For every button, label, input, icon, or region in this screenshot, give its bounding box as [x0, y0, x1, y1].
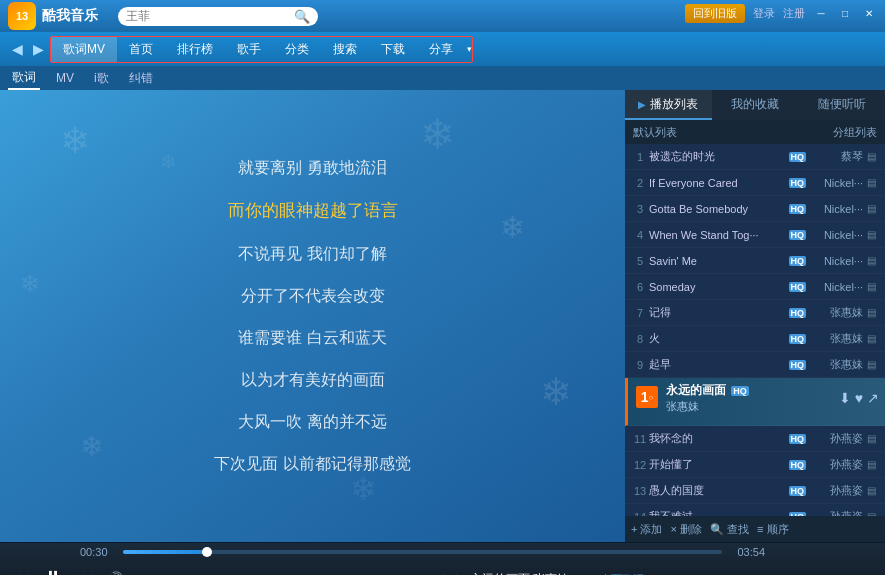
search-input[interactable] [126, 9, 294, 23]
list-icon: ▤ [863, 203, 879, 214]
snowflake-4: ❄ [20, 270, 40, 298]
nav-tab-download[interactable]: 下载 [369, 37, 417, 62]
lyrics-panel: ❄ ❄ ❄ ❄ ❄ ❄ ❄ ❄ 就要离别 勇敢地流泪 而你的眼神超越了语言 不说… [0, 90, 625, 542]
nav-tab-charts[interactable]: 排行榜 [165, 37, 225, 62]
app-title: 酷我音乐 [42, 7, 98, 25]
playback-bar: 00:30 03:54 ⏮ ⏸ ⏭ 🔊 超品音质· 永远的画面 张惠妹 EQ 桌… [0, 542, 885, 575]
nav-back-button[interactable]: ◀ [8, 39, 27, 59]
order-btn[interactable]: ≡ 顺序 [757, 522, 788, 537]
now-playing-actions: ⬇ ♥ ↗ [839, 390, 879, 406]
playlist-bottom: + 添加 × 删除 🔍 查找 ≡ 顺序 [625, 516, 885, 542]
add-song-btn[interactable]: + 添加 [631, 522, 662, 537]
list-icon: ▤ [863, 359, 879, 370]
play-pause-button[interactable]: ⏸ [38, 564, 68, 575]
delete-song-btn[interactable]: × 删除 [670, 522, 701, 537]
lyric-line-0: 就要离别 勇敢地流泪 [40, 156, 585, 180]
list-icon: ▤ [863, 229, 879, 240]
playlist-item[interactable]: 8火HQ张惠妹▤ [625, 326, 885, 352]
now-playing-title: 永远的画面 HQ [666, 382, 751, 399]
lyrics-lines: 就要离别 勇敢地流泪 而你的眼神超越了语言 不说再见 我们却了解 分开了不代表会… [40, 110, 585, 522]
minimize-button[interactable]: ─ [813, 6, 829, 22]
search-icon[interactable]: 🔍 [294, 9, 310, 24]
playlist-item[interactable]: 3Gotta Be SomebodyHQNickel···▤ [625, 196, 885, 222]
progress-thumb [202, 547, 212, 557]
volume-icon[interactable]: 🔊 [106, 571, 123, 575]
subnav-fix[interactable]: 纠错 [125, 68, 157, 89]
playlist-item[interactable]: 9起早HQ张惠妹▤ [625, 352, 885, 378]
download-action-btn[interactable]: ⬇ [839, 390, 851, 406]
app-logo: 13 [8, 2, 36, 30]
search-box[interactable]: 🔍 [118, 7, 318, 26]
register-link[interactable]: 注册 [783, 6, 805, 21]
prev-button[interactable]: ⏮ [8, 567, 34, 576]
nav-tab-artists[interactable]: 歌手 [225, 37, 273, 62]
subnav-lyrics[interactable]: 歌词 [8, 67, 40, 90]
lyric-line-6: 大风一吹 离的并不远 [40, 410, 585, 434]
subnav-song[interactable]: i歌 [90, 68, 113, 89]
share-dropdown-arrow[interactable]: ▾ [467, 44, 472, 54]
playlist-group-btn[interactable]: 分组列表 [833, 125, 877, 140]
lyric-line-3: 分开了不代表会改变 [40, 284, 585, 308]
subnav: 歌词 MV i歌 纠错 [0, 66, 885, 90]
list-icon: ▤ [863, 333, 879, 344]
playlist-item[interactable]: 4When We Stand Tog···HQNickel···▤ [625, 222, 885, 248]
nav-forward-button[interactable]: ▶ [29, 39, 48, 59]
playlist-item[interactable]: 6SomedayHQNickel···▤ [625, 274, 885, 300]
subnav-mv[interactable]: MV [52, 69, 78, 87]
close-button[interactable]: ✕ [861, 6, 877, 22]
playlist-item[interactable]: 13愚人的国度HQ孙燕姿▤ [625, 478, 885, 504]
lyric-line-2: 不说再见 我们却了解 [40, 242, 585, 266]
main-content: ❄ ❄ ❄ ❄ ❄ ❄ ❄ ❄ 就要离别 勇敢地流泪 而你的眼神超越了语言 不说… [0, 90, 885, 542]
progress-area: 00:30 03:54 [0, 543, 885, 561]
right-tab-playlist[interactable]: ▶ 播放列表 [625, 90, 712, 120]
share-action-btn[interactable]: ↗ [867, 390, 879, 406]
play-icon: ▶ [638, 99, 646, 110]
list-icon: ▤ [863, 255, 879, 266]
now-playing-artist: 张惠妹 [666, 399, 699, 414]
playlist-item[interactable]: 12开始懂了HQ孙燕姿▤ [625, 452, 885, 478]
playlist-item[interactable]: 14我不难过HQ孙燕姿▤ [625, 504, 885, 516]
login-link[interactable]: 登录 [753, 6, 775, 21]
right-tab-random[interactable]: 随便听听 [798, 90, 885, 120]
lyric-line-5: 以为才有美好的画面 [40, 368, 585, 392]
playlist-item[interactable]: 7记得HQ张惠妹▤ [625, 300, 885, 326]
nav-tab-share[interactable]: 分享 [417, 37, 465, 62]
titlebar: 13 酷我音乐 🔍 回到旧版 登录 注册 ─ □ ✕ [0, 0, 885, 32]
right-panel: ▶ 播放列表 我的收藏 随便听听 默认列表 分组列表 1被遗忘的时光HQ蔡琴▤ … [625, 90, 885, 542]
nav-tab-lyrics-mv[interactable]: 歌词MV [51, 37, 117, 62]
playlist-item[interactable]: 5Savin' MeHQNickel···▤ [625, 248, 885, 274]
playlist-name: 默认列表 [633, 125, 677, 140]
list-icon: ▤ [863, 433, 879, 444]
find-song-btn[interactable]: 🔍 查找 [710, 522, 749, 537]
highlight-word: 而你的眼 [228, 201, 296, 220]
lyric-line-1: 而你的眼神超越了语言 [40, 198, 585, 224]
right-tabs: ▶ 播放列表 我的收藏 随便听听 [625, 90, 885, 120]
list-icon: ▤ [863, 151, 879, 162]
playlist: 1被遗忘的时光HQ蔡琴▤ 2If Everyone CaredHQNickel·… [625, 144, 885, 516]
playlist-header: 默认列表 分组列表 [625, 120, 885, 144]
song-info: 超品音质· 永远的画面 张惠妹 EQ 桌面歌词 [186, 571, 877, 576]
playlist-item[interactable]: 1被遗忘的时光HQ蔡琴▤ [625, 144, 885, 170]
now-playing-badge: 1○ [636, 386, 658, 408]
nav-tab-search[interactable]: 搜索 [321, 37, 369, 62]
next-button[interactable]: ⏭ [72, 567, 98, 576]
version-button[interactable]: 回到旧版 [685, 4, 745, 23]
nav-tab-share-group: 分享 ▾ [417, 37, 472, 62]
nav-tab-home[interactable]: 首页 [117, 37, 165, 62]
nav-tab-categories[interactable]: 分类 [273, 37, 321, 62]
lyric-line-7: 下次见面 以前都记得那感觉 [40, 452, 585, 476]
right-tab-favorites[interactable]: 我的收藏 [712, 90, 799, 120]
controls-area: ⏮ ⏸ ⏭ 🔊 超品音质· 永远的画面 张惠妹 EQ 桌面歌词 🔧 工具 🎮 游… [0, 561, 885, 575]
song-title-bar: 永远的画面 张惠妹 [470, 572, 569, 576]
maximize-button[interactable]: □ [837, 6, 853, 22]
lyric-line-4: 谁需要谁 白云和蓝天 [40, 326, 585, 350]
list-icon: ▤ [863, 307, 879, 318]
playlist-item[interactable]: 2If Everyone CaredHQNickel···▤ [625, 170, 885, 196]
playlist-item[interactable]: 11我怀念的HQ孙燕姿▤ [625, 426, 885, 452]
list-icon: ▤ [863, 281, 879, 292]
progress-track[interactable] [123, 550, 722, 554]
current-time: 00:30 [80, 546, 115, 558]
favorite-action-btn[interactable]: ♥ [855, 390, 863, 406]
total-time: 03:54 [730, 546, 765, 558]
now-playing-item[interactable]: 1○ 永远的画面 HQ 张惠妹 ⬇ ♥ ↗ [625, 378, 885, 426]
